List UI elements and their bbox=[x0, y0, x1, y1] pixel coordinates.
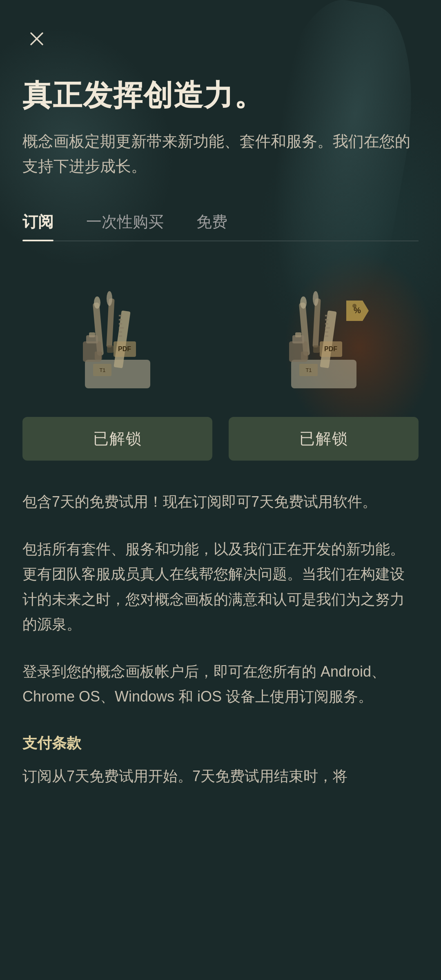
page-subtitle: 概念画板定期更新带来新功能、套件和服务。我们在您的支持下进步成长。 bbox=[22, 129, 419, 179]
svg-rect-8 bbox=[119, 331, 122, 333]
svg-rect-4 bbox=[119, 315, 122, 316]
product-image-1: PDF T1 bbox=[22, 270, 212, 409]
svg-text:T1: T1 bbox=[305, 367, 312, 373]
svg-rect-26 bbox=[325, 319, 328, 321]
svg-point-14 bbox=[107, 291, 112, 306]
close-icon bbox=[28, 30, 46, 48]
svg-point-46 bbox=[352, 304, 356, 308]
info-section: 包含7天的免费试用！现在订阅即可7天免费试用软件。 包括所有套件、服务和功能，以… bbox=[22, 489, 419, 709]
page-title: 真正发挥创造力。 bbox=[22, 78, 419, 113]
svg-point-32 bbox=[300, 296, 307, 309]
product-card-2: PDF T1 % 已解锁 bbox=[229, 270, 419, 461]
svg-text:PDF: PDF bbox=[118, 345, 131, 352]
svg-point-11 bbox=[94, 296, 100, 309]
products-row: PDF T1 已解锁 bbox=[22, 270, 419, 461]
payment-terms-text: 订阅从7天免费试用开始。7天免费试用结束时，将 bbox=[22, 764, 419, 788]
tools-illustration-2: PDF T1 % bbox=[267, 278, 381, 401]
svg-text:T1: T1 bbox=[99, 367, 105, 373]
svg-rect-29 bbox=[325, 331, 328, 333]
svg-rect-15 bbox=[107, 345, 114, 353]
svg-rect-6 bbox=[119, 323, 122, 325]
payment-terms-section: 支付条款 订阅从7天免费试用开始。7天免费试用结束时，将 bbox=[22, 733, 419, 788]
tabs-container: 订阅 一次性购买 免费 bbox=[22, 203, 419, 241]
payment-terms-title: 支付条款 bbox=[22, 733, 419, 753]
svg-rect-28 bbox=[325, 327, 330, 329]
tools-illustration-1: PDF T1 bbox=[60, 278, 175, 401]
svg-rect-36 bbox=[313, 345, 320, 353]
product-image-2: PDF T1 % bbox=[229, 270, 419, 409]
svg-point-35 bbox=[313, 291, 318, 306]
svg-rect-5 bbox=[119, 319, 122, 321]
tab-free[interactable]: 免费 bbox=[196, 203, 227, 241]
trial-info-text: 包含7天的免费试用！现在订阅即可7天免费试用软件。 bbox=[22, 489, 419, 514]
svg-rect-25 bbox=[325, 315, 328, 316]
svg-rect-7 bbox=[119, 327, 124, 329]
svg-rect-27 bbox=[325, 323, 328, 325]
svg-rect-9 bbox=[119, 335, 122, 337]
product-card-1: PDF T1 已解锁 bbox=[22, 270, 212, 461]
svg-rect-13 bbox=[106, 298, 114, 348]
svg-rect-18 bbox=[89, 332, 95, 337]
svg-rect-37 bbox=[289, 341, 307, 362]
svg-rect-30 bbox=[325, 335, 328, 337]
features-info-text: 包括所有套件、服务和功能，以及我们正在开发的新功能。更有团队客服成员真人在线帮您… bbox=[22, 537, 419, 637]
tab-subscription[interactable]: 订阅 bbox=[22, 203, 53, 241]
svg-text:PDF: PDF bbox=[324, 345, 337, 352]
platform-info-text: 登录到您的概念画板帐户后，即可在您所有的 Android、Chrome OS、W… bbox=[22, 659, 419, 709]
svg-rect-16 bbox=[83, 341, 101, 362]
tab-onetime[interactable]: 一次性购买 bbox=[86, 203, 164, 241]
close-button[interactable] bbox=[22, 24, 51, 53]
unlock-button-1[interactable]: 已解锁 bbox=[22, 417, 212, 461]
svg-rect-34 bbox=[312, 298, 321, 348]
svg-rect-39 bbox=[295, 332, 301, 337]
unlock-button-2[interactable]: 已解锁 bbox=[229, 417, 419, 461]
